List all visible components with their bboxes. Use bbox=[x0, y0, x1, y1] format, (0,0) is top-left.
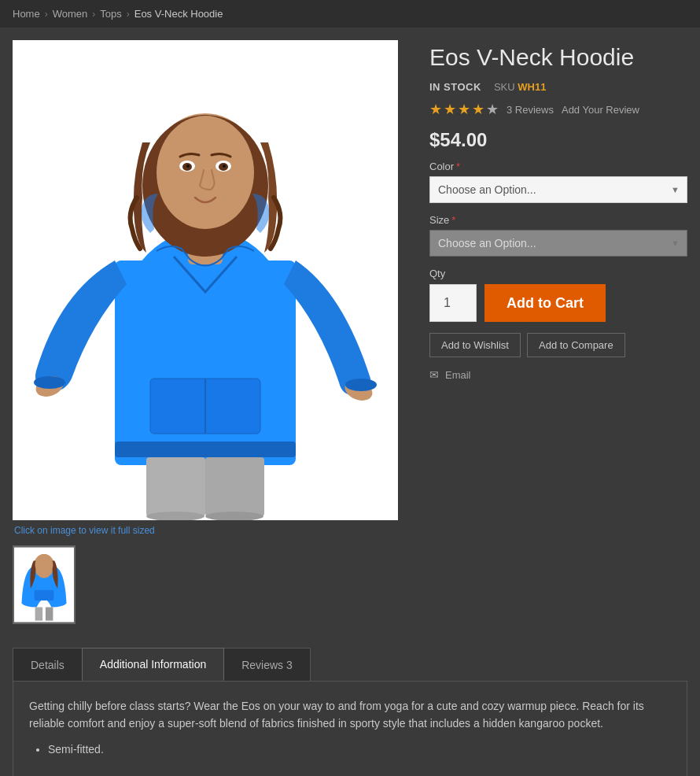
product-price: $54.00 bbox=[429, 129, 687, 151]
reviews-count: 3 Reviews bbox=[507, 104, 554, 116]
svg-point-23 bbox=[223, 164, 226, 168]
color-select-wrapper: Choose an Option... bbox=[429, 176, 687, 203]
qty-cart-row: Add to Cart bbox=[429, 284, 687, 322]
add-review-link[interactable]: Add Your Review bbox=[562, 104, 639, 116]
thumbnail-row bbox=[13, 545, 414, 624]
breadcrumb-women[interactable]: Women bbox=[53, 8, 88, 20]
thumbnail-1[interactable] bbox=[13, 545, 76, 624]
qty-section: Qty Add to Cart bbox=[429, 268, 687, 322]
breadcrumb-home[interactable]: Home bbox=[13, 8, 40, 20]
email-icon: ✉ bbox=[429, 368, 439, 381]
size-select-wrapper: Choose an Option... bbox=[429, 230, 687, 257]
qty-input[interactable] bbox=[429, 284, 477, 322]
tab-additional-information[interactable]: Additional Information bbox=[82, 648, 224, 681]
tab-bullets: Semi-fitted. bbox=[29, 741, 671, 758]
size-label: Size* bbox=[429, 214, 687, 226]
color-option-group: Color* Choose an Option... bbox=[429, 161, 687, 203]
size-select[interactable]: Choose an Option... bbox=[429, 230, 687, 257]
svg-point-8 bbox=[34, 376, 65, 389]
color-required: * bbox=[456, 161, 460, 172]
tabs-header: Details Additional Information Reviews 3 bbox=[13, 648, 687, 681]
click-image-note: Click on image to view it full sized bbox=[13, 525, 414, 536]
tab-details[interactable]: Details bbox=[13, 648, 83, 681]
star-2: ★ bbox=[444, 101, 456, 118]
rating-row: ★ ★ ★ ★ ★ 3 Reviews Add Your Review bbox=[429, 101, 687, 118]
qty-label: Qty bbox=[429, 268, 687, 279]
star-1: ★ bbox=[429, 101, 442, 118]
add-to-cart-button[interactable]: Add to Cart bbox=[484, 284, 606, 322]
svg-rect-28 bbox=[35, 608, 43, 621]
breadcrumb-sep-1: › bbox=[45, 9, 48, 20]
size-option-group: Size* Choose an Option... bbox=[429, 214, 687, 257]
star-rating: ★ ★ ★ ★ ★ bbox=[429, 101, 499, 118]
add-to-wishlist-button[interactable]: Add to Wishlist bbox=[429, 333, 521, 357]
svg-rect-7 bbox=[115, 442, 296, 457]
tabs-container: Details Additional Information Reviews 3… bbox=[13, 648, 687, 776]
size-required: * bbox=[451, 214, 455, 226]
svg-point-22 bbox=[186, 164, 190, 168]
tab-content: Getting chilly before class starts? Wear… bbox=[13, 681, 687, 776]
add-to-compare-button[interactable]: Add to Compare bbox=[527, 333, 625, 357]
tab-reviews[interactable]: Reviews 3 bbox=[223, 648, 311, 681]
sku-container: SKU WH11 bbox=[494, 81, 546, 93]
product-info: Eos V-Neck Hoodie IN STOCK SKU WH11 ★ ★ … bbox=[414, 40, 687, 624]
svg-point-17 bbox=[157, 116, 254, 229]
product-title: Eos V-Neck Hoodie bbox=[429, 43, 687, 72]
action-links-row: Add to Wishlist Add to Compare bbox=[429, 333, 687, 357]
star-3: ★ bbox=[458, 101, 470, 118]
breadcrumb-sep-2: › bbox=[92, 9, 95, 20]
svg-point-9 bbox=[345, 379, 377, 391]
main-product-image[interactable] bbox=[13, 40, 398, 520]
product-image-svg bbox=[13, 40, 398, 520]
tab-bullet-1: Semi-fitted. bbox=[48, 741, 671, 758]
breadcrumb-tops[interactable]: Tops bbox=[100, 8, 121, 20]
stock-sku-row: IN STOCK SKU WH11 bbox=[429, 81, 687, 93]
star-4: ★ bbox=[472, 101, 484, 118]
svg-rect-30 bbox=[35, 590, 54, 600]
svg-rect-10 bbox=[146, 457, 205, 516]
svg-rect-29 bbox=[46, 608, 53, 621]
product-image-area: Click on image to view it full sized bbox=[13, 40, 414, 624]
product-container: Click on image to view it full sized bbox=[0, 28, 700, 624]
breadcrumb-sep-3: › bbox=[127, 9, 130, 20]
tab-description-text: Getting chilly before class starts? Wear… bbox=[29, 697, 671, 733]
email-label: Email bbox=[445, 369, 471, 381]
stock-status: IN STOCK bbox=[429, 81, 481, 93]
breadcrumb: Home › Women › Tops › Eos V-Neck Hoodie bbox=[0, 0, 700, 28]
star-5: ★ bbox=[486, 101, 499, 118]
sku-value: WH11 bbox=[518, 81, 546, 93]
breadcrumb-current: Eos V-Neck Hoodie bbox=[134, 8, 223, 20]
color-label: Color* bbox=[429, 161, 687, 172]
color-select[interactable]: Choose an Option... bbox=[429, 176, 687, 203]
sku-label: SKU bbox=[494, 81, 515, 93]
svg-rect-11 bbox=[205, 457, 264, 516]
email-row[interactable]: ✉ Email bbox=[429, 368, 687, 381]
svg-point-27 bbox=[35, 554, 53, 575]
